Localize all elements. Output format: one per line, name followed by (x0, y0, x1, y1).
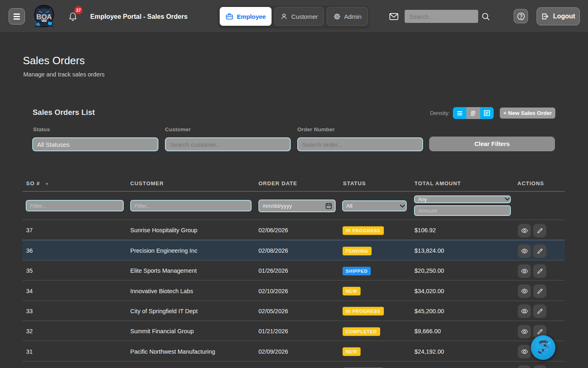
svg-text:BOA: BOA (36, 13, 52, 21)
